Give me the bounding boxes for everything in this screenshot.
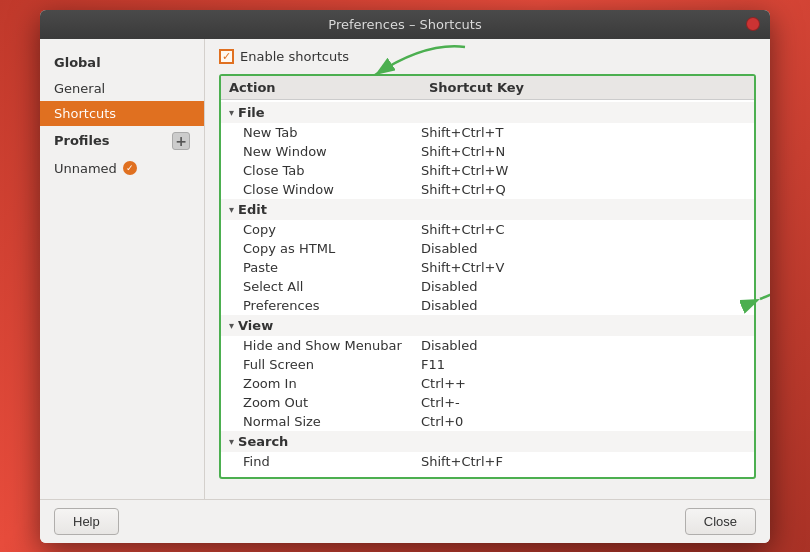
shortcut-row[interactable]: Copy as HTMLDisabled — [221, 239, 754, 258]
section-name: Search — [238, 434, 288, 449]
close-button[interactable]: Close — [685, 508, 756, 535]
sidebar-profiles-header: Profiles + — [40, 126, 204, 156]
section-row: ▾Search — [221, 431, 754, 452]
shortcut-row[interactable]: FindShift+Ctrl+F — [221, 452, 754, 471]
section-name: File — [238, 105, 265, 120]
shortcut-row[interactable]: Zoom InCtrl++ — [221, 374, 754, 393]
enable-shortcuts-row: Enable shortcuts — [219, 49, 756, 64]
shortcut-action: Close Tab — [243, 163, 421, 178]
shortcuts-table-container[interactable]: Action Shortcut Key ▾FileNew TabShift+Ct… — [219, 74, 756, 479]
section-arrow-icon: ▾ — [229, 107, 234, 118]
shortcut-key: Disabled — [421, 338, 746, 353]
add-profile-button[interactable]: + — [172, 132, 190, 150]
shortcut-row[interactable]: Close TabShift+Ctrl+W — [221, 161, 754, 180]
shortcut-row[interactable]: Close WindowShift+Ctrl+Q — [221, 180, 754, 199]
sidebar-item-unnamed[interactable]: Unnamed — [40, 156, 204, 181]
shortcut-key: Shift+Ctrl+Q — [421, 182, 746, 197]
unnamed-label: Unnamed — [54, 161, 117, 176]
shortcut-key: Disabled — [421, 298, 746, 313]
shortcut-action: New Tab — [243, 125, 421, 140]
shortcut-action: Find — [243, 454, 421, 469]
section-row: ▾File — [221, 102, 754, 123]
shortcut-action: Select All — [243, 279, 421, 294]
section-row: ▾View — [221, 315, 754, 336]
shortcut-key: Ctrl++ — [421, 376, 746, 391]
shortcut-row[interactable]: Select AllDisabled — [221, 277, 754, 296]
shortcut-key: Shift+Ctrl+V — [421, 260, 746, 275]
window-body: Global General Shortcuts Profiles + Unna… — [40, 39, 770, 499]
shortcut-key: Disabled — [421, 241, 746, 256]
shortcut-row[interactable]: PreferencesDisabled — [221, 296, 754, 315]
shortcut-row[interactable]: CopyShift+Ctrl+C — [221, 220, 754, 239]
sidebar-section-global: Global — [40, 49, 204, 76]
section-arrow-icon: ▾ — [229, 204, 234, 215]
enable-shortcuts-label: Enable shortcuts — [240, 49, 349, 64]
shortcut-action: Hide and Show Menubar — [243, 338, 421, 353]
section-arrow-icon: ▾ — [229, 436, 234, 447]
shortcut-key: Shift+Ctrl+N — [421, 144, 746, 159]
sidebar-item-general[interactable]: General — [40, 76, 204, 101]
titlebar: Preferences – Shortcuts — [40, 10, 770, 39]
col-shortcut-header: Shortcut Key — [429, 80, 746, 95]
shortcut-action: Copy as HTML — [243, 241, 421, 256]
shortcut-row[interactable]: Normal SizeCtrl+0 — [221, 412, 754, 431]
shortcut-action: Preferences — [243, 298, 421, 313]
table-header: Action Shortcut Key — [221, 76, 754, 100]
shortcut-action: Normal Size — [243, 414, 421, 429]
profiles-label: Profiles — [54, 133, 110, 148]
shortcut-key: F11 — [421, 357, 746, 372]
shortcut-key: Ctrl+0 — [421, 414, 746, 429]
shortcut-row[interactable]: Full ScreenF11 — [221, 355, 754, 374]
shortcut-key: Ctrl+- — [421, 395, 746, 410]
section-row: ▾Edit — [221, 199, 754, 220]
shortcut-key: Shift+Ctrl+T — [421, 125, 746, 140]
close-window-btn[interactable] — [746, 17, 760, 31]
main-panel: Enable shortcuts Action Shortcut Key ▾F — [205, 39, 770, 499]
shortcut-action: Copy — [243, 222, 421, 237]
shortcut-action: Paste — [243, 260, 421, 275]
shortcut-action: Close Window — [243, 182, 421, 197]
shortcut-key: Shift+Ctrl+F — [421, 454, 746, 469]
section-name: Edit — [238, 202, 267, 217]
shortcut-row[interactable]: New TabShift+Ctrl+T — [221, 123, 754, 142]
sidebar-item-shortcuts[interactable]: Shortcuts — [40, 101, 204, 126]
section-name: View — [238, 318, 273, 333]
sidebar: Global General Shortcuts Profiles + Unna… — [40, 39, 205, 499]
help-button[interactable]: Help — [54, 508, 119, 535]
window-title: Preferences – Shortcuts — [52, 17, 758, 32]
shortcut-action: Full Screen — [243, 357, 421, 372]
enable-shortcuts-checkbox[interactable] — [219, 49, 234, 64]
shortcut-row[interactable]: Zoom OutCtrl+- — [221, 393, 754, 412]
col-action-header: Action — [229, 80, 429, 95]
shortcut-row[interactable]: PasteShift+Ctrl+V — [221, 258, 754, 277]
shortcut-action: New Window — [243, 144, 421, 159]
section-arrow-icon: ▾ — [229, 320, 234, 331]
shortcut-key: Disabled — [421, 279, 746, 294]
shortcut-key: Shift+Ctrl+W — [421, 163, 746, 178]
shortcut-row[interactable]: Hide and Show MenubarDisabled — [221, 336, 754, 355]
preferences-window: Preferences – Shortcuts Global General S… — [40, 10, 770, 543]
window-controls — [746, 17, 760, 31]
shortcut-row[interactable]: New WindowShift+Ctrl+N — [221, 142, 754, 161]
footer: Help Close — [40, 499, 770, 543]
table-body: ▾FileNew TabShift+Ctrl+TNew WindowShift+… — [221, 100, 754, 473]
shortcut-action: Zoom Out — [243, 395, 421, 410]
unnamed-check-icon — [123, 161, 137, 175]
shortcut-action: Zoom In — [243, 376, 421, 391]
shortcut-key: Shift+Ctrl+C — [421, 222, 746, 237]
